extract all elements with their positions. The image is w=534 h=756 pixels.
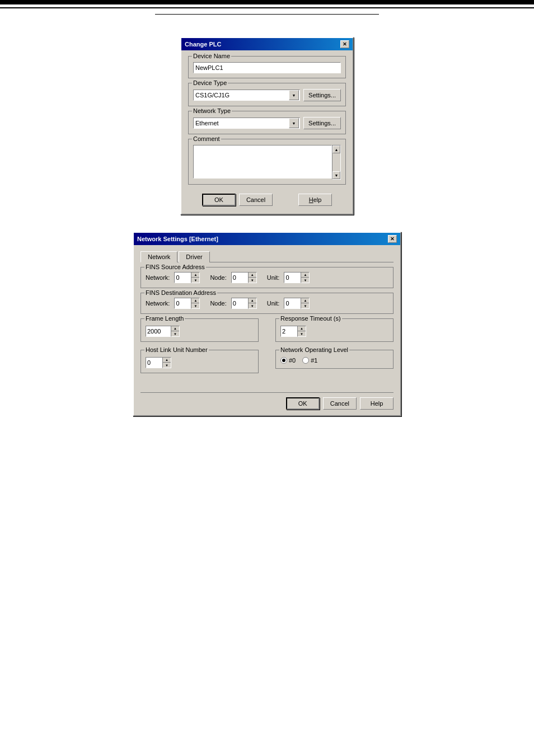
- device-name-input[interactable]: [193, 62, 341, 73]
- fins-dest-unit-up[interactable]: ▲: [301, 298, 309, 303]
- fins-source-network-down[interactable]: ▼: [191, 278, 199, 283]
- network-type-select[interactable]: Ethernet FINS/UDP FINS/TCP Toolbus: [193, 118, 300, 129]
- network-type-settings-button[interactable]: Settings...: [303, 117, 341, 129]
- comment-wrapper: ▲ ▼: [193, 145, 341, 180]
- frame-length-spinner: ▲ ▼: [146, 326, 180, 337]
- fins-dest-node-input[interactable]: [231, 298, 248, 309]
- radio-item-0: #0: [280, 357, 296, 364]
- host-link-down[interactable]: ▼: [163, 363, 171, 368]
- network-settings-ok-button[interactable]: OK: [286, 397, 320, 410]
- host-link-up[interactable]: ▲: [163, 358, 171, 363]
- response-timeout-input[interactable]: [280, 326, 297, 337]
- fins-source-group: FINS Source Address Network: ▲ ▼ Node:: [140, 267, 394, 288]
- radio-1[interactable]: [302, 357, 309, 364]
- device-settings-label: Settings...: [308, 92, 336, 98]
- network-settings-titlebar: Network Settings [Ethernet] ✕: [134, 233, 400, 245]
- page-content: Change PLC ✕ Device Name Device Type: [0, 26, 534, 428]
- fins-source-network-input[interactable]: [174, 272, 191, 283]
- host-link-spinner-buttons: ▲ ▼: [162, 357, 171, 368]
- radio-item-1: #1: [302, 357, 317, 364]
- response-timeout-up[interactable]: ▲: [298, 326, 306, 331]
- frame-length-down[interactable]: ▼: [171, 331, 179, 336]
- scroll-up-arrow[interactable]: ▲: [332, 145, 340, 153]
- tab-network[interactable]: Network: [140, 251, 177, 262]
- device-type-label: Device Type: [192, 79, 228, 86]
- fins-dest-network-spinner: ▲ ▼: [174, 298, 200, 309]
- device-type-settings-button[interactable]: Settings...: [303, 89, 341, 101]
- fins-dest-node-spinner-buttons: ▲ ▼: [248, 298, 257, 309]
- network-settings-close-button[interactable]: ✕: [388, 235, 397, 243]
- device-type-dropdown-wrapper: CS1G/CJ1G CS1H/CJ1H CJ2M NJ: [193, 90, 300, 101]
- fins-dest-network-up[interactable]: ▲: [191, 298, 199, 303]
- fins-source-label: FINS Source Address: [144, 264, 206, 270]
- change-plc-ok-button[interactable]: OK: [202, 194, 236, 206]
- frame-length-group: Frame Length ▲ ▼: [140, 318, 259, 342]
- device-type-select[interactable]: CS1G/CJ1G CS1H/CJ1H CJ2M NJ: [193, 90, 300, 101]
- fins-dest-network-down[interactable]: ▼: [191, 303, 199, 308]
- device-type-row: CS1G/CJ1G CS1H/CJ1H CJ2M NJ Settings...: [193, 89, 341, 101]
- fins-dest-group: FINS Destination Address Network: ▲ ▼ No…: [140, 293, 394, 314]
- fins-dest-node-label: Node:: [210, 300, 226, 307]
- network-type-label: Network Type: [192, 107, 232, 114]
- network-settings-body: Network Driver FINS Source Address Netwo…: [134, 245, 400, 415]
- change-plc-help-button[interactable]: Help: [298, 194, 332, 206]
- fins-dest-unit-input[interactable]: [284, 298, 301, 309]
- network-settings-cancel-button[interactable]: Cancel: [323, 397, 357, 410]
- network-settings-help-button[interactable]: Help: [360, 397, 394, 410]
- change-plc-dialog: Change PLC ✕ Device Name Device Type: [180, 37, 354, 215]
- fins-source-network-spinner-buttons: ▲ ▼: [191, 272, 200, 283]
- fins-dest-node-up[interactable]: ▲: [249, 298, 256, 303]
- frame-length-up[interactable]: ▲: [171, 326, 179, 331]
- fins-dest-node-down[interactable]: ▼: [249, 303, 256, 308]
- fins-dest-unit-down[interactable]: ▼: [301, 303, 309, 308]
- fins-dest-unit-label: Unit:: [267, 300, 280, 307]
- change-plc-cancel-button[interactable]: Cancel: [239, 194, 273, 206]
- response-timeout-group: Response Timeout (s) ▲ ▼: [275, 318, 394, 342]
- fins-source-network-up[interactable]: ▲: [191, 273, 199, 278]
- comment-textarea[interactable]: [193, 145, 332, 179]
- tab-driver[interactable]: Driver: [179, 251, 209, 262]
- radio-0-label: #0: [289, 357, 296, 364]
- frame-length-label: Frame Length: [144, 315, 185, 322]
- comment-content: ▲ ▼: [193, 145, 341, 180]
- fins-dest-network-input[interactable]: [174, 298, 191, 309]
- cancel-label: Cancel: [330, 400, 349, 407]
- tab-driver-label: Driver: [186, 253, 202, 260]
- cancel-label: Cancel: [246, 196, 265, 203]
- spacer: [140, 381, 394, 392]
- network-type-group: Network Type Ethernet FINS/UDP FINS/TCP …: [188, 111, 346, 134]
- fins-source-node-input[interactable]: [231, 272, 248, 283]
- close-icon: ✕: [390, 236, 395, 242]
- scroll-down-arrow[interactable]: ▼: [332, 171, 340, 179]
- fins-dest-unit-spinner: ▲ ▼: [284, 298, 310, 309]
- change-plc-close-button[interactable]: ✕: [340, 40, 349, 48]
- fins-dest-content: Network: ▲ ▼ Node: ▲: [146, 298, 388, 309]
- network-settings-label: Settings...: [308, 120, 336, 126]
- frame-length-content: ▲ ▼: [146, 326, 254, 337]
- fins-source-unit-input[interactable]: [284, 272, 301, 283]
- frame-length-spinner-buttons: ▲ ▼: [171, 326, 180, 337]
- fins-source-node-down[interactable]: ▼: [249, 278, 256, 283]
- frame-length-input[interactable]: [146, 326, 171, 337]
- fins-source-unit-up[interactable]: ▲: [301, 273, 309, 278]
- response-timeout-down[interactable]: ▼: [298, 331, 306, 336]
- fins-source-node-spinner-buttons: ▲ ▼: [248, 272, 257, 283]
- change-plc-titlebar: Change PLC ✕: [181, 38, 353, 50]
- host-network-pair: Host Link Unit Number ▲ ▼: [140, 350, 394, 378]
- host-link-label: Host Link Unit Number: [144, 346, 209, 353]
- fins-source-node-up[interactable]: ▲: [249, 273, 256, 278]
- fins-dest-unit-spinner-buttons: ▲ ▼: [301, 298, 310, 309]
- comment-label: Comment: [192, 135, 221, 142]
- fins-dest-network-label: Network:: [146, 300, 170, 307]
- frame-response-pair: Frame Length ▲ ▼ Respo: [140, 318, 394, 346]
- response-timeout-spinner-buttons: ▲ ▼: [297, 326, 306, 337]
- host-link-content: ▲ ▼: [146, 357, 254, 368]
- help-label: Help: [309, 196, 322, 203]
- network-op-level-label: Network Operating Level: [279, 346, 349, 353]
- response-timeout-spinner: ▲ ▼: [280, 326, 306, 337]
- radio-0[interactable]: [280, 357, 287, 364]
- close-icon: ✕: [343, 41, 347, 47]
- network-settings-buttons: OK Cancel Help: [140, 392, 394, 410]
- fins-source-unit-down[interactable]: ▼: [301, 278, 309, 283]
- host-link-input[interactable]: [146, 357, 162, 368]
